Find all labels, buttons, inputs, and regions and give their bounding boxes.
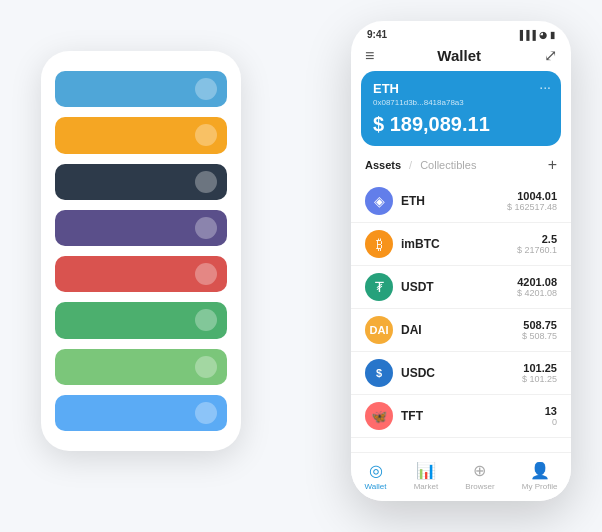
assets-tabs: Assets / Collectibles bbox=[365, 159, 476, 171]
wallet-card-options[interactable]: ··· bbox=[539, 79, 551, 95]
list-item[interactable] bbox=[55, 395, 227, 431]
table-row[interactable]: $ USDC 101.25 $ 101.25 bbox=[351, 352, 571, 395]
usdt-usd: $ 4201.08 bbox=[517, 288, 557, 298]
eth-amount: 1004.01 bbox=[507, 190, 557, 202]
strip-icon bbox=[195, 309, 217, 331]
browser-nav-icon: ⊕ bbox=[473, 461, 486, 480]
imbtc-amount: 2.5 bbox=[517, 233, 557, 245]
nav-wallet[interactable]: ◎ Wallet bbox=[365, 461, 387, 491]
eth-amounts: 1004.01 $ 162517.48 bbox=[507, 190, 557, 212]
nav-market[interactable]: 📊 Market bbox=[414, 461, 438, 491]
table-row[interactable]: ◈ ETH 1004.01 $ 162517.48 bbox=[351, 180, 571, 223]
nav-profile[interactable]: 👤 My Profile bbox=[522, 461, 558, 491]
asset-list: ◈ ETH 1004.01 $ 162517.48 ₿ imBTC 2.5 $ … bbox=[351, 180, 571, 452]
imbtc-icon: ₿ bbox=[365, 230, 393, 258]
expand-icon[interactable]: ⤢ bbox=[544, 46, 557, 65]
usdt-amounts: 4201.08 $ 4201.08 bbox=[517, 276, 557, 298]
imbtc-amounts: 2.5 $ 21760.1 bbox=[517, 233, 557, 255]
phone-foreground: 9:41 ▐▐▐ ◕ ▮ ≡ Wallet ⤢ ··· ETH 0x08711d… bbox=[351, 21, 571, 501]
list-item[interactable] bbox=[55, 210, 227, 246]
market-nav-label: Market bbox=[414, 482, 438, 491]
list-item[interactable] bbox=[55, 256, 227, 292]
tab-collectibles[interactable]: Collectibles bbox=[420, 159, 476, 171]
table-row[interactable]: ₿ imBTC 2.5 $ 21760.1 bbox=[351, 223, 571, 266]
dai-amounts: 508.75 $ 508.75 bbox=[522, 319, 557, 341]
strip-icon bbox=[195, 263, 217, 285]
asset-name-tft: TFT bbox=[401, 409, 537, 423]
usdt-icon: ₮ bbox=[365, 273, 393, 301]
dai-amount: 508.75 bbox=[522, 319, 557, 331]
status-icons: ▐▐▐ ◕ ▮ bbox=[517, 30, 555, 40]
tab-assets[interactable]: Assets bbox=[365, 159, 401, 171]
asset-name-usdc: USDC bbox=[401, 366, 514, 380]
strip-icon bbox=[195, 171, 217, 193]
list-item[interactable] bbox=[55, 349, 227, 385]
eth-icon: ◈ bbox=[365, 187, 393, 215]
tab-divider: / bbox=[409, 159, 412, 171]
market-nav-icon: 📊 bbox=[416, 461, 436, 480]
wallet-nav-label: Wallet bbox=[365, 482, 387, 491]
page-title: Wallet bbox=[437, 47, 481, 64]
list-item[interactable] bbox=[55, 71, 227, 107]
list-item[interactable] bbox=[55, 164, 227, 200]
strip-icon bbox=[195, 402, 217, 424]
usdc-icon: $ bbox=[365, 359, 393, 387]
eth-usd: $ 162517.48 bbox=[507, 202, 557, 212]
strip-icon bbox=[195, 217, 217, 239]
assets-header: Assets / Collectibles + bbox=[351, 154, 571, 180]
wallet-address: 0x08711d3b...8418a78a3 bbox=[373, 98, 549, 107]
wallet-card[interactable]: ··· ETH 0x08711d3b...8418a78a3 $ 189,089… bbox=[361, 71, 561, 146]
time-display: 9:41 bbox=[367, 29, 387, 40]
dai-usd: $ 508.75 bbox=[522, 331, 557, 341]
asset-name-dai: DAI bbox=[401, 323, 514, 337]
wallet-currency: ETH bbox=[373, 81, 549, 96]
usdt-amount: 4201.08 bbox=[517, 276, 557, 288]
strip-icon bbox=[195, 78, 217, 100]
imbtc-usd: $ 21760.1 bbox=[517, 245, 557, 255]
app-header: ≡ Wallet ⤢ bbox=[351, 40, 571, 71]
list-item[interactable] bbox=[55, 117, 227, 153]
tft-amounts: 13 0 bbox=[545, 405, 557, 427]
dai-icon: DAI bbox=[365, 316, 393, 344]
profile-nav-icon: 👤 bbox=[530, 461, 550, 480]
usdc-amounts: 101.25 $ 101.25 bbox=[522, 362, 557, 384]
asset-name-eth: ETH bbox=[401, 194, 499, 208]
signal-icon: ▐▐▐ bbox=[517, 30, 536, 40]
status-bar: 9:41 ▐▐▐ ◕ ▮ bbox=[351, 21, 571, 40]
wallet-nav-icon: ◎ bbox=[369, 461, 383, 480]
add-asset-button[interactable]: + bbox=[548, 156, 557, 174]
menu-icon[interactable]: ≡ bbox=[365, 47, 374, 65]
table-row[interactable]: ₮ USDT 4201.08 $ 4201.08 bbox=[351, 266, 571, 309]
asset-name-usdt: USDT bbox=[401, 280, 509, 294]
browser-nav-label: Browser bbox=[465, 482, 494, 491]
table-row[interactable]: 🦋 TFT 13 0 bbox=[351, 395, 571, 438]
tft-icon: 🦋 bbox=[365, 402, 393, 430]
asset-name-imbtc: imBTC bbox=[401, 237, 509, 251]
wifi-icon: ◕ bbox=[539, 30, 547, 40]
strip-icon bbox=[195, 124, 217, 146]
table-row[interactable]: DAI DAI 508.75 $ 508.75 bbox=[351, 309, 571, 352]
battery-icon: ▮ bbox=[550, 30, 555, 40]
nav-browser[interactable]: ⊕ Browser bbox=[465, 461, 494, 491]
usdc-amount: 101.25 bbox=[522, 362, 557, 374]
strip-icon bbox=[195, 356, 217, 378]
tft-usd: 0 bbox=[545, 417, 557, 427]
tft-amount: 13 bbox=[545, 405, 557, 417]
phone-background bbox=[41, 51, 241, 451]
list-item[interactable] bbox=[55, 302, 227, 338]
wallet-amount: $ 189,089.11 bbox=[373, 113, 549, 136]
profile-nav-label: My Profile bbox=[522, 482, 558, 491]
bottom-nav: ◎ Wallet 📊 Market ⊕ Browser 👤 My Profile bbox=[351, 452, 571, 501]
scene: 9:41 ▐▐▐ ◕ ▮ ≡ Wallet ⤢ ··· ETH 0x08711d… bbox=[21, 21, 581, 511]
usdc-usd: $ 101.25 bbox=[522, 374, 557, 384]
